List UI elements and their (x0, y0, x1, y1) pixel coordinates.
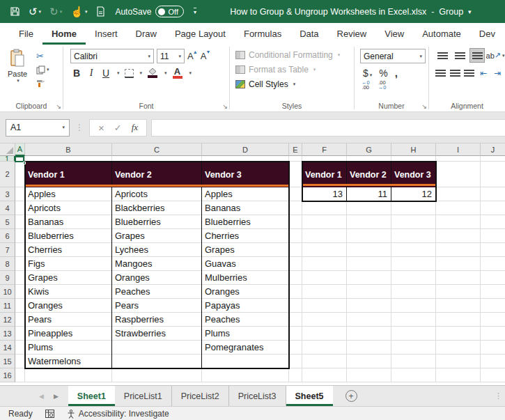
font-size-combo[interactable]: 11 ▾ (157, 49, 185, 63)
cell[interactable] (391, 299, 436, 313)
cancel-button[interactable]: × (98, 122, 104, 134)
row-header-1[interactable]: 1 (0, 156, 15, 162)
cell[interactable] (289, 313, 302, 327)
row-header-5[interactable]: 5 (0, 215, 15, 229)
save-icon[interactable] (7, 3, 23, 20)
sheet-nav-left-icon[interactable]: ◀ (39, 393, 44, 400)
dialog-launcher-icon[interactable]: ↘ (421, 103, 427, 110)
cell[interactable] (302, 156, 347, 162)
cell[interactable] (302, 341, 347, 355)
cell[interactable] (436, 162, 481, 187)
cell[interactable] (15, 341, 25, 355)
cell-c9[interactable]: Oranges (112, 271, 202, 285)
cell[interactable] (436, 341, 481, 355)
cell-c2[interactable]: Vendor 2 (112, 162, 202, 187)
decrease-font-button[interactable]: A▼ (201, 51, 211, 61)
cell[interactable] (481, 313, 505, 327)
cell[interactable] (391, 327, 436, 341)
cell[interactable] (347, 299, 391, 313)
column-header-d[interactable]: D (202, 143, 289, 156)
cell[interactable] (25, 368, 112, 382)
column-header-b[interactable]: B (25, 143, 112, 156)
cell[interactable] (347, 341, 391, 355)
cell[interactable] (481, 257, 505, 271)
autosave-toggle[interactable]: Off (155, 6, 183, 17)
cell[interactable] (15, 327, 25, 341)
cell[interactable] (289, 215, 302, 229)
cell-c8[interactable]: Mangoes (112, 257, 202, 271)
cell-b6[interactable]: Blueberries (25, 229, 112, 243)
cell[interactable] (347, 243, 391, 257)
cell[interactable] (391, 201, 436, 215)
cell-b4[interactable]: Apricots (25, 201, 112, 215)
cell-d13[interactable]: Plums (202, 327, 289, 341)
cell-g3[interactable]: 11 (347, 187, 391, 201)
cell[interactable] (302, 299, 347, 313)
cell[interactable] (436, 257, 481, 271)
row-header-2[interactable]: 2 (0, 162, 15, 187)
cell[interactable] (25, 156, 112, 162)
insert-function-button[interactable]: fx (132, 122, 138, 133)
cell[interactable] (15, 187, 25, 201)
cell[interactable] (289, 341, 302, 355)
print-preview-icon[interactable] (93, 3, 108, 20)
cell[interactable] (302, 355, 347, 368)
cell-d14[interactable]: Pomegranates (202, 341, 289, 355)
cell-d9[interactable]: Mulberries (202, 271, 289, 285)
chevron-down-icon[interactable]: ▾ (117, 70, 120, 76)
tab-data[interactable]: Data (290, 23, 327, 45)
name-box[interactable]: A1 ▾ (6, 119, 70, 137)
cell[interactable] (302, 327, 347, 341)
row-header-8[interactable]: 8 (0, 257, 15, 271)
cell-b13[interactable]: Pineapples (25, 327, 112, 341)
cell-b8[interactable]: Figs (25, 257, 112, 271)
cell[interactable] (302, 229, 347, 243)
cell[interactable] (391, 313, 436, 327)
cell[interactable] (347, 368, 391, 382)
cell[interactable] (436, 271, 481, 285)
row-header-3[interactable]: 3 (0, 187, 15, 201)
sheet-nav-right-icon[interactable]: ▶ (54, 393, 59, 400)
cell[interactable] (391, 257, 436, 271)
cell[interactable] (15, 271, 25, 285)
cell[interactable] (436, 313, 481, 327)
cell[interactable] (436, 187, 481, 201)
column-header-h[interactable]: H (391, 143, 436, 156)
cell-d12[interactable]: Peaches (202, 313, 289, 327)
cell-c7[interactable]: Lychees (112, 243, 202, 257)
cell[interactable] (15, 299, 25, 313)
borders-button[interactable] (125, 69, 134, 78)
cell[interactable] (481, 368, 505, 382)
cell[interactable] (481, 243, 505, 257)
increase-font-button[interactable]: A▲ (187, 51, 198, 61)
cell[interactable] (302, 271, 347, 285)
row-header-16[interactable]: 16 (0, 368, 15, 382)
dialog-launcher-icon[interactable]: ↘ (56, 103, 61, 110)
chevron-down-icon[interactable]: ▾ (140, 70, 143, 76)
cell[interactable] (347, 201, 391, 215)
cell[interactable] (391, 215, 436, 229)
sheet-tab-pricelist3[interactable]: PriceList3 (229, 386, 286, 406)
row-header-14[interactable]: 14 (0, 341, 15, 355)
cell[interactable] (481, 285, 505, 299)
cell[interactable] (347, 215, 391, 229)
cell-h2[interactable]: Vendor 3 (391, 162, 436, 187)
tab-home[interactable]: Home (42, 23, 86, 45)
cell[interactable] (436, 299, 481, 313)
row-header-7[interactable]: 7 (0, 243, 15, 257)
tab-draw[interactable]: Draw (127, 23, 166, 45)
cell[interactable] (15, 229, 25, 243)
cell[interactable] (481, 327, 505, 341)
cell[interactable] (391, 285, 436, 299)
cell-c11[interactable]: Pears (112, 299, 202, 313)
cell[interactable] (15, 368, 25, 382)
fill-color-button[interactable] (147, 68, 158, 78)
select-all-button[interactable] (0, 143, 15, 156)
row-header-10[interactable]: 10 (0, 285, 15, 299)
percent-button[interactable]: % (379, 68, 387, 79)
cell[interactable] (481, 271, 505, 285)
cell[interactable] (481, 156, 505, 162)
increase-indent-button[interactable]: ⇥ (492, 65, 504, 80)
cell-c10[interactable]: Peaches (112, 285, 202, 299)
cell-c12[interactable]: Raspberries (112, 313, 202, 327)
